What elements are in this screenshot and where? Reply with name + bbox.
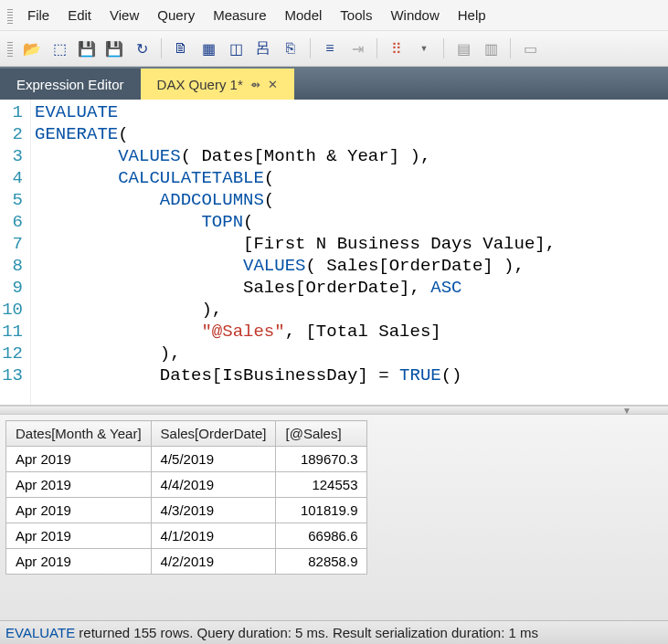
code-line: [First N Business Days Value],: [35, 233, 556, 255]
cell: 4/2/2019: [151, 549, 276, 575]
filter-icon[interactable]: ⠿: [385, 37, 408, 60]
results-pane: Dates[Month & Year]Sales[OrderDate][@Sal…: [0, 415, 668, 620]
columns-icon[interactable]: ▥: [479, 37, 503, 60]
code-line: "@Sales", [Total Sales]: [35, 321, 556, 343]
status-bar: EVALUATE returned 155 rows. Query durati…: [0, 620, 668, 644]
code-line: Dates[IsBusinessDay] = TRUE(): [35, 364, 556, 386]
results-grid[interactable]: Dates[Month & Year]Sales[OrderDate][@Sal…: [5, 420, 367, 575]
execute-icon[interactable]: ⎘: [279, 37, 302, 60]
cell: 101819.9: [276, 498, 367, 523]
grip-icon: [7, 7, 13, 24]
tab-expression-editor[interactable]: Expression Editor: [0, 69, 141, 100]
undo-icon[interactable]: ↻: [130, 37, 154, 60]
separator: [310, 38, 311, 58]
table-row[interactable]: Apr 20194/2/201982858.9: [6, 549, 367, 575]
cell: Apr 2019: [6, 447, 152, 472]
menubar: FileEditViewQueryMeasureModelToolsWindow…: [0, 0, 668, 31]
code-line: ),: [35, 343, 556, 364]
table-row[interactable]: Apr 20194/1/201966986.6: [6, 523, 367, 549]
menu-view[interactable]: View: [101, 4, 148, 26]
separator: [510, 38, 511, 58]
column-header[interactable]: [@Sales]: [276, 421, 367, 447]
code-line: TOPN(: [35, 211, 556, 233]
tab-label: DAX Query 1*: [157, 77, 243, 92]
cell: Apr 2019: [6, 472, 152, 498]
separator: [161, 38, 162, 58]
indent-icon[interactable]: ≡: [318, 37, 342, 60]
menu-window[interactable]: Window: [381, 4, 448, 26]
cell: Apr 2019: [6, 549, 152, 575]
line-gutter: 12345678910111213: [0, 100, 31, 405]
code-line: VALUES( Dates[Month & Year] ),: [35, 145, 556, 167]
table-row[interactable]: Apr 20194/5/2019189670.3: [6, 447, 367, 472]
code-line: CALCULATETABLE(: [35, 167, 556, 189]
properties-icon[interactable]: ▦: [196, 37, 220, 60]
code-area[interactable]: EVALUATEGENERATE( VALUES( Dates[Month & …: [31, 100, 559, 405]
column-header[interactable]: Sales[OrderDate]: [151, 421, 276, 447]
code-line: GENERATE(: [35, 123, 556, 145]
code-editor[interactable]: 12345678910111213 EVALUATEGENERATE( VALU…: [0, 100, 668, 406]
splitter[interactable]: [0, 406, 668, 415]
code-line: Sales[OrderDate], ASC: [35, 277, 556, 299]
cell: 66986.6: [276, 523, 367, 549]
pin-icon[interactable]: ⇴: [250, 78, 260, 91]
tab-label: Expression Editor: [16, 77, 124, 92]
menu-file[interactable]: File: [18, 4, 58, 26]
cell: 124553: [276, 472, 367, 498]
align-icon[interactable]: ▤: [451, 37, 475, 60]
close-icon[interactable]: ✕: [268, 78, 278, 91]
menu-help[interactable]: Help: [449, 4, 495, 26]
table-row[interactable]: Apr 20194/4/2019124553: [6, 472, 367, 498]
cell: 82858.9: [276, 549, 367, 575]
cell: 189670.3: [276, 447, 367, 472]
cell: 4/3/2019: [151, 498, 276, 523]
separator: [376, 38, 377, 58]
status-text: returned 155 rows. Query duration: 5 ms.…: [75, 625, 538, 640]
menu-query[interactable]: Query: [148, 4, 204, 26]
graph-icon[interactable]: 呂: [251, 37, 275, 60]
column-header[interactable]: Dates[Month & Year]: [6, 421, 152, 447]
status-keyword: EVALUATE: [5, 625, 75, 640]
cube-icon[interactable]: ⬚: [48, 37, 71, 60]
query-icon[interactable]: ◫: [224, 37, 248, 60]
code-line: EVALUATE: [35, 101, 556, 123]
save-all-icon[interactable]: 💾: [102, 37, 126, 60]
code-line: ADDCOLUMNS(: [35, 189, 556, 211]
code-line: VALUES( Sales[OrderDate] ),: [35, 255, 556, 277]
menu-model[interactable]: Model: [276, 4, 332, 26]
cell: 4/5/2019: [151, 447, 276, 472]
menu-measure[interactable]: Measure: [204, 4, 275, 26]
document-icon[interactable]: 🗎: [169, 37, 193, 60]
tab-strip: Expression Editor DAX Query 1* ⇴ ✕: [0, 67, 668, 100]
dropdown-icon[interactable]: ▼: [412, 37, 436, 60]
panel-icon[interactable]: ▭: [518, 37, 542, 60]
outdent-icon[interactable]: ⇥: [345, 37, 369, 60]
cell: 4/1/2019: [151, 523, 276, 549]
grip-icon: [7, 40, 13, 57]
save-icon[interactable]: 💾: [75, 37, 99, 60]
menu-tools[interactable]: Tools: [331, 4, 381, 26]
code-line: ),: [35, 299, 556, 321]
cell: 4/4/2019: [151, 472, 276, 498]
folder-open-icon[interactable]: 📂: [20, 37, 44, 60]
tab-dax-query[interactable]: DAX Query 1* ⇴ ✕: [141, 69, 294, 100]
cell: Apr 2019: [6, 523, 152, 549]
toolbar: 📂 ⬚ 💾 💾 ↻ 🗎 ▦ ◫ 呂 ⎘ ≡ ⇥ ⠿ ▼ ▤ ▥ ▭: [0, 31, 668, 67]
table-row[interactable]: Apr 20194/3/2019101819.9: [6, 498, 367, 523]
cell: Apr 2019: [6, 498, 152, 523]
menu-edit[interactable]: Edit: [58, 4, 101, 26]
separator: [443, 38, 444, 58]
